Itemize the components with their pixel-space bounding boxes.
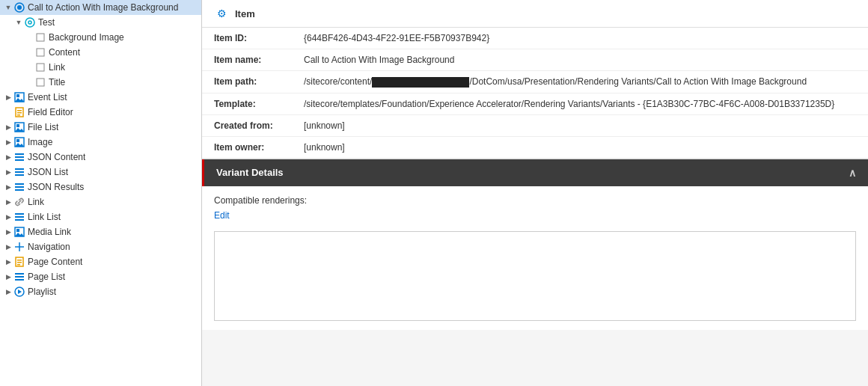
svg-rect-42	[15, 273, 24, 275]
svg-rect-25	[15, 171, 24, 173]
variant-details-header[interactable]: Variant Details ∧	[202, 159, 868, 186]
compat-renderings-label: Compatible renderings:	[214, 195, 856, 206]
navigation-icon	[13, 242, 25, 252]
svg-rect-21	[15, 153, 24, 155]
sidebar-item-page-list[interactable]: ▶Page List	[0, 269, 201, 284]
sidebar-item-page-content[interactable]: ▶Page Content	[0, 254, 201, 269]
image-icon	[13, 137, 25, 147]
bg-image-icon	[34, 32, 46, 43]
item-tab-label[interactable]: Item	[235, 8, 255, 19]
svg-rect-13	[17, 112, 22, 114]
svg-rect-34	[16, 229, 19, 232]
json-results-icon	[13, 182, 25, 192]
template-row: Template: /sitecore/templates/Foundation…	[202, 94, 868, 115]
svg-rect-27	[15, 183, 24, 185]
toggle-page-list[interactable]: ▶	[3, 273, 13, 281]
sidebar-label-page-content: Page Content	[28, 257, 82, 267]
sidebar-item-json-results[interactable]: ▶JSON Results	[0, 180, 201, 194]
toggle-call-to-action[interactable]: ▼	[3, 4, 13, 11]
sidebar-item-test[interactable]: ▼Test	[0, 15, 201, 30]
details-table: Item ID: {644BF426-4D43-4F22-91EE-F5B709…	[202, 28, 868, 159]
svg-rect-23	[15, 159, 24, 161]
variant-details-chevron: ∧	[849, 167, 856, 179]
media-link-icon	[13, 227, 25, 237]
sidebar-item-call-to-action[interactable]: ▼Call to Action With Image Background	[0, 0, 201, 15]
sidebar-item-media-link[interactable]: ▶Media Link	[0, 224, 201, 239]
toggle-link-list[interactable]: ▶	[3, 213, 13, 221]
item-header: ⚙ Item	[202, 0, 868, 28]
file-list-icon	[13, 122, 25, 132]
sidebar-item-playlist[interactable]: ▶Playlist	[0, 284, 201, 299]
sidebar-item-file-list[interactable]: ▶File List	[0, 120, 201, 135]
sidebar-item-json-content[interactable]: ▶JSON Content	[0, 150, 201, 165]
sidebar-item-content[interactable]: Content	[0, 45, 201, 60]
svg-marker-17	[15, 128, 24, 132]
edit-link[interactable]: Edit	[214, 210, 230, 221]
created-from-value: [unknown]	[304, 120, 856, 131]
sidebar-item-background-image[interactable]: Background Image	[0, 30, 201, 45]
svg-rect-40	[17, 262, 22, 263]
svg-point-1	[17, 5, 22, 10]
svg-rect-32	[15, 219, 24, 221]
cta-icon	[13, 2, 25, 13]
sidebar-item-field-editor[interactable]: Field Editor	[0, 105, 201, 120]
toggle-json-list[interactable]: ▶	[3, 168, 13, 176]
template-value: /sitecore/templates/Foundation/Experienc…	[304, 99, 856, 109]
test-icon	[24, 17, 36, 28]
toggle-json-results[interactable]: ▶	[3, 183, 13, 191]
svg-rect-41	[17, 264, 20, 266]
sidebar-item-link-list[interactable]: ▶Link List	[0, 209, 201, 224]
svg-rect-5	[37, 49, 44, 56]
sidebar-label-json-results: JSON Results	[28, 182, 84, 192]
sidebar-label-content: Content	[49, 47, 80, 58]
sidebar-label-call-to-action: Call to Action With Image Background	[28, 2, 178, 13]
svg-rect-26	[15, 174, 24, 176]
sidebar-item-navigation[interactable]: ▶Navigation	[0, 239, 201, 254]
svg-rect-24	[15, 168, 24, 170]
toggle-page-content[interactable]: ▶	[3, 258, 13, 266]
sidebar-label-json-content: JSON Content	[28, 152, 85, 162]
toggle-test[interactable]: ▼	[13, 19, 24, 26]
item-owner-label: Item owner:	[214, 142, 304, 153]
svg-rect-31	[15, 216, 24, 218]
link-icon	[34, 62, 46, 73]
svg-marker-10	[15, 98, 24, 102]
sidebar-label-file-list: File List	[28, 122, 58, 132]
toggle-playlist[interactable]: ▶	[3, 288, 13, 295]
toggle-json-content[interactable]: ▶	[3, 153, 13, 161]
field-editor-icon	[13, 107, 25, 117]
svg-marker-20	[15, 143, 24, 147]
toggle-file-list[interactable]: ▶	[3, 123, 13, 131]
link-list-icon	[13, 212, 25, 222]
toggle-media-link[interactable]: ▶	[3, 228, 13, 236]
item-name-row: Item name: Call to Action With Image Bac…	[202, 49, 868, 71]
created-from-label: Created from:	[214, 120, 304, 131]
svg-rect-6	[37, 64, 44, 71]
svg-point-2	[25, 18, 34, 27]
sidebar: ▼Call to Action With Image Background▼Te…	[0, 0, 202, 386]
json-content-icon	[13, 152, 25, 162]
toggle-image[interactable]: ▶	[3, 138, 13, 146]
page-content-icon	[13, 257, 25, 267]
sidebar-label-navigation: Navigation	[28, 242, 70, 252]
svg-rect-9	[16, 94, 19, 97]
sidebar-label-link-list: Link List	[28, 212, 61, 222]
sidebar-label-json-list: JSON List	[28, 167, 68, 177]
page-list-icon	[13, 272, 25, 282]
main-content: ⚙ Item Item ID: {644BF426-4D43-4F22-91EE…	[202, 0, 868, 386]
toggle-event-list[interactable]: ▶	[3, 94, 13, 101]
sidebar-item-title[interactable]: Title	[0, 75, 201, 90]
sidebar-item-json-list[interactable]: ▶JSON List	[0, 165, 201, 180]
toggle-link2[interactable]: ▶	[3, 198, 13, 206]
svg-marker-35	[15, 233, 24, 236]
sidebar-item-link[interactable]: Link	[0, 60, 201, 75]
sidebar-item-link2[interactable]: ▶Link	[0, 194, 201, 209]
item-id-value: {644BF426-4D43-4F22-91EE-F5B70937B942}	[304, 33, 856, 43]
sidebar-item-event-list[interactable]: ▶Event List	[0, 90, 201, 105]
sidebar-item-image[interactable]: ▶Image	[0, 135, 201, 150]
created-from-row: Created from: [unknown]	[202, 115, 868, 137]
variant-content: Compatible renderings: Edit	[202, 186, 868, 330]
toggle-navigation[interactable]: ▶	[3, 243, 13, 251]
sidebar-label-media-link: Media Link	[28, 227, 71, 237]
template-label: Template:	[214, 99, 304, 109]
